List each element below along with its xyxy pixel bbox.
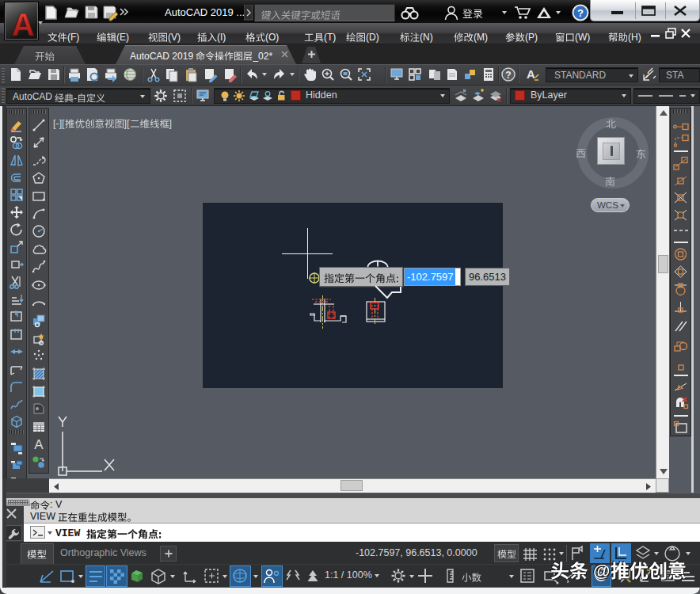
svg-text:A: A	[12, 7, 35, 40]
svg-text:A: A	[527, 67, 535, 81]
svg-text:?: ?	[505, 70, 511, 81]
svg-text:A: A	[34, 437, 44, 452]
svg-text:?: ?	[577, 7, 584, 19]
